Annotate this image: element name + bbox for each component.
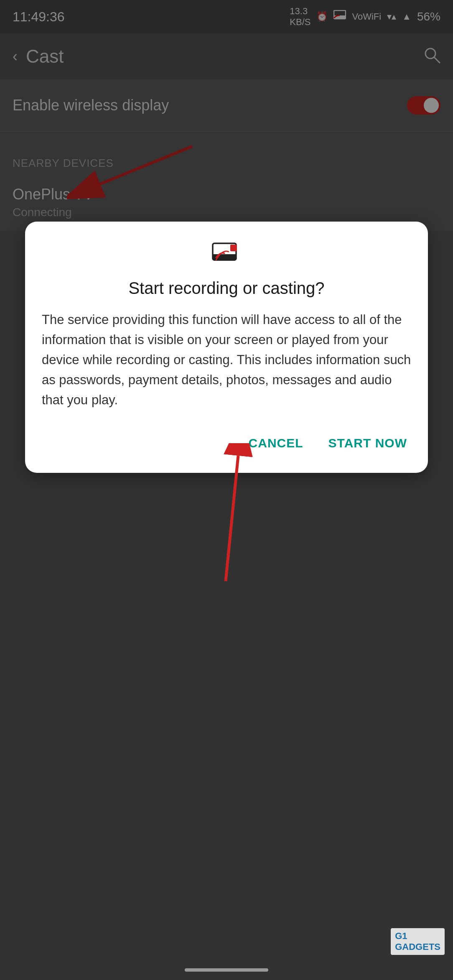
svg-rect-6: [230, 245, 237, 251]
home-indicator[interactable]: [185, 968, 268, 972]
dialog-icon-wrapper: [42, 242, 411, 265]
dialog-overlay: [0, 0, 453, 980]
dialog-title: Start recording or casting?: [42, 278, 411, 298]
cast-record-icon: [212, 242, 241, 265]
start-now-button[interactable]: START NOW: [324, 430, 411, 456]
recording-dialog: Start recording or casting? The service …: [25, 222, 428, 473]
dialog-actions: CANCEL START NOW: [42, 430, 411, 456]
dialog-body: The service providing this function will…: [42, 310, 411, 410]
cancel-button[interactable]: CANCEL: [244, 430, 308, 456]
watermark: G1GADGETS: [391, 928, 445, 955]
